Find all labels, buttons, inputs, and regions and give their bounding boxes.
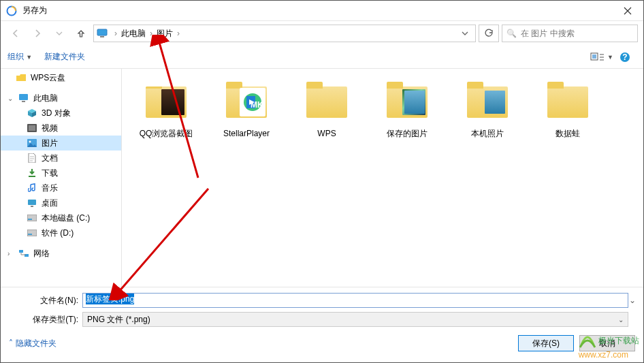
svg-text:MKV: MKV (251, 100, 263, 110)
filetype-select[interactable]: PNG 文件 (*.png) ⌄ (82, 312, 628, 327)
search-icon: 🔍 (506, 29, 517, 38)
up-button[interactable] (71, 25, 91, 42)
svg-rect-14 (31, 206, 33, 207)
breadcrumb-root[interactable]: 此电脑 (118, 28, 148, 40)
file-item[interactable]: MKV StellarPlayer (206, 76, 287, 151)
tree-network[interactable]: › 网络 (1, 246, 121, 261)
tree-wps-cloud[interactable]: WPS云盘 (1, 70, 121, 85)
svg-rect-13 (28, 200, 36, 205)
filetype-label: 保存类型(T): (7, 314, 82, 326)
drive-icon (27, 212, 37, 223)
tree-music[interactable]: 音乐 (1, 180, 121, 195)
filename-label: 文件名(N): (7, 295, 82, 306)
forward-button[interactable] (28, 25, 47, 42)
cube-icon (27, 108, 37, 119)
tree-drive-d[interactable]: 软件 (D:) (1, 225, 121, 240)
folder-icon (306, 86, 347, 118)
breadcrumb-child[interactable]: 图片 (154, 28, 176, 40)
help-button[interactable]: ? (613, 49, 637, 65)
chevron-down-icon: ⌄ (7, 95, 14, 102)
search-input[interactable]: 🔍 在 图片 中搜索 (502, 25, 638, 42)
close-button[interactable] (612, 1, 643, 21)
file-item[interactable]: 数据蛙 (528, 76, 608, 151)
back-button[interactable] (6, 25, 25, 42)
tree-desktop[interactable]: 桌面 (1, 195, 121, 210)
drive-icon (27, 227, 37, 238)
pc-icon (97, 29, 109, 38)
network-icon (18, 248, 29, 259)
folder-icon (146, 86, 187, 118)
svg-rect-4 (592, 54, 596, 59)
organize-menu[interactable]: 组织 ▼ (7, 51, 32, 63)
chevron-right-icon: › (148, 29, 154, 38)
svg-rect-16 (28, 219, 32, 220)
file-list[interactable]: QQ浏览器截图 MKV StellarPlayer WPS 保存的图片 本机照片… (122, 69, 643, 287)
pc-icon (18, 93, 29, 104)
svg-rect-2 (100, 36, 104, 37)
file-item[interactable]: 本机照片 (447, 76, 528, 151)
pictures-icon (27, 138, 37, 148)
folder-icon (467, 86, 508, 118)
desktop-icon (27, 198, 37, 208)
chevron-right-icon: › (113, 29, 118, 38)
video-icon (27, 123, 37, 133)
folder-icon (547, 86, 588, 118)
chevron-right-icon: › (7, 250, 14, 257)
window-title: 另存为 (22, 5, 612, 16)
svg-rect-1 (97, 29, 107, 35)
app-icon (6, 5, 17, 16)
tree-downloads[interactable]: 下载 (1, 165, 121, 180)
save-button[interactable]: 保存(S) (518, 335, 574, 351)
address-bar[interactable]: › 此电脑 › 图片 › (93, 25, 476, 42)
svg-point-12 (29, 141, 31, 143)
svg-rect-10 (29, 125, 35, 131)
folder-icon: MKV (226, 86, 267, 118)
tree-pictures[interactable]: 图片 (1, 136, 121, 151)
music-icon (27, 183, 37, 193)
recent-dropdown[interactable] (50, 25, 69, 42)
cancel-button[interactable]: 取消 (579, 335, 635, 351)
chevron-down-icon: ⌄ (618, 316, 624, 323)
file-item[interactable]: WPS (287, 76, 367, 151)
tree-documents[interactable]: 文档 (1, 151, 121, 165)
svg-rect-8 (22, 101, 25, 102)
download-icon (27, 168, 37, 178)
tree-videos[interactable]: 视频 (1, 121, 121, 136)
svg-rect-7 (19, 94, 28, 100)
tree-3d-objects[interactable]: 3D 对象 (1, 106, 121, 121)
folder-icon (16, 72, 27, 83)
new-folder-button[interactable]: 新建文件夹 (44, 51, 85, 63)
svg-rect-19 (19, 250, 23, 253)
file-item[interactable]: 保存的图片 (367, 76, 447, 151)
navigation-tree: WPS云盘 ⌄ 此电脑 3D 对象 视频 图片 文档 下载 (1, 69, 122, 287)
hide-folders-toggle[interactable]: ˄ 隐藏文件夹 (9, 338, 57, 349)
filename-input[interactable]: 新标签页.png (82, 293, 628, 308)
tree-drive-c[interactable]: 本地磁盘 (C:) (1, 210, 121, 225)
svg-text:?: ? (622, 52, 627, 62)
svg-rect-17 (27, 230, 37, 236)
svg-rect-18 (28, 234, 32, 235)
tree-this-pc[interactable]: ⌄ 此电脑 (1, 91, 121, 106)
search-placeholder: 在 图片 中搜索 (521, 28, 575, 40)
chevron-right-icon: › (176, 29, 181, 38)
address-dropdown[interactable] (457, 30, 472, 37)
chevron-up-icon: ˄ (9, 338, 13, 348)
refresh-button[interactable] (479, 25, 499, 42)
svg-rect-15 (27, 215, 37, 221)
file-item[interactable]: QQ浏览器截图 (126, 76, 206, 151)
folder-icon (387, 86, 428, 118)
document-icon (27, 153, 37, 163)
view-options-button[interactable]: ▼ (590, 49, 613, 65)
filename-dropdown[interactable]: ⌄ (628, 296, 637, 305)
